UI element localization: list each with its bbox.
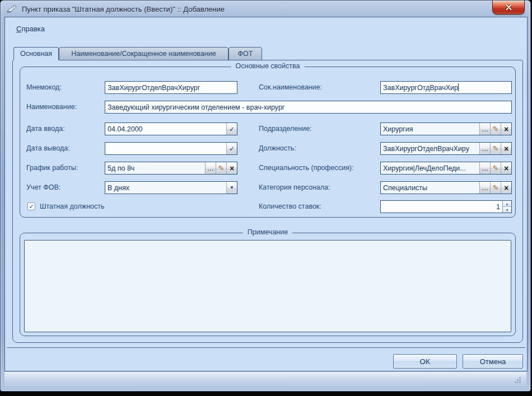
rate-count-spinner[interactable]: 1 ▲ ▼ bbox=[380, 200, 512, 213]
check-icon: ✓ bbox=[229, 126, 235, 133]
ok-button[interactable]: OK bbox=[393, 354, 457, 369]
ellipsis-icon: … bbox=[482, 145, 488, 152]
date-in-label: Дата ввода: bbox=[26, 125, 65, 133]
fov-label: Учет ФОВ: bbox=[26, 183, 60, 191]
note-textarea[interactable] bbox=[24, 240, 511, 332]
staff-position-checkbox[interactable]: ✓ bbox=[27, 202, 35, 210]
clear-x-icon: × bbox=[504, 125, 508, 133]
clear-x-icon: × bbox=[504, 164, 508, 172]
position-input[interactable]: ЗавХирургОтделВрачХиру … ✎ × bbox=[380, 142, 512, 155]
tab-fot[interactable]: ФОТ bbox=[228, 47, 262, 60]
close-button[interactable] bbox=[492, 1, 525, 15]
dialog-window: Пункт приказа "Штатная должность (Ввести… bbox=[0, 0, 531, 392]
department-input[interactable]: Хирургия … ✎ × bbox=[380, 122, 512, 135]
clear-x-icon: × bbox=[504, 184, 508, 192]
screen: Пункт приказа "Штатная должность (Ввести… bbox=[0, 0, 532, 396]
ellipsis-icon: … bbox=[482, 165, 488, 172]
ellipsis-icon: … bbox=[482, 185, 488, 191]
date-in-picker-button[interactable]: ✓ bbox=[226, 123, 237, 135]
date-in-value: 04.04.2000 bbox=[105, 125, 226, 133]
separator-line bbox=[7, 347, 525, 348]
fov-value: В днях bbox=[105, 184, 226, 192]
tab-main-label: Основная bbox=[20, 50, 52, 58]
position-label: Должность: bbox=[259, 144, 296, 152]
name-label: Наименование: bbox=[26, 103, 77, 111]
schedule-label: График работы: bbox=[26, 164, 78, 172]
title-bar[interactable]: Пункт приказа "Штатная должность (Ввести… bbox=[5, 2, 491, 16]
mnemo-input[interactable]: ЗавХирургОтделВрачХирург bbox=[105, 81, 237, 94]
fov-dropdown-button[interactable]: ▼ bbox=[226, 182, 237, 194]
schedule-clear-button[interactable]: × bbox=[226, 162, 237, 174]
fov-combobox[interactable]: В днях ▼ bbox=[105, 181, 237, 194]
specialty-input[interactable]: Хирургия|ЛечДелоПеди... … ✎ × bbox=[380, 162, 512, 175]
tab-main[interactable]: Основная bbox=[13, 47, 59, 60]
short-name-value: ЗавХирургОтдВрачХир bbox=[381, 83, 511, 92]
group-note-title: Примечание bbox=[243, 228, 292, 236]
window-title: Пункт приказа "Штатная должность (Ввести… bbox=[22, 5, 225, 13]
rate-up-button[interactable]: ▲ bbox=[503, 201, 511, 206]
department-edit-button[interactable]: ✎ bbox=[490, 123, 501, 135]
app-icon bbox=[6, 4, 17, 14]
date-out-input[interactable]: ✓ bbox=[105, 142, 237, 155]
specialty-value: Хирургия|ЛечДелоПеди... bbox=[381, 164, 479, 172]
category-input[interactable]: Специалисты … ✎ × bbox=[380, 181, 512, 194]
clear-x-icon: × bbox=[230, 164, 234, 172]
schedule-value: 5д по 8ч bbox=[105, 164, 205, 172]
client-area: Справка Основная Наименование/Сокращенно… bbox=[4, 17, 528, 371]
edit-pencil-icon: ✎ bbox=[218, 164, 225, 172]
tab-naming[interactable]: Наименование/Сокращенное наименование bbox=[59, 47, 228, 60]
rate-count-label: Количество ставок: bbox=[259, 202, 321, 210]
category-clear-button[interactable]: × bbox=[501, 182, 511, 194]
date-in-input[interactable]: 04.04.2000 ✓ bbox=[105, 122, 237, 135]
specialty-clear-button[interactable]: × bbox=[501, 162, 511, 174]
position-clear-button[interactable]: × bbox=[501, 143, 511, 154]
specialty-edit-button[interactable]: ✎ bbox=[490, 162, 501, 174]
schedule-pick-button[interactable]: … bbox=[205, 162, 216, 174]
check-icon: ✓ bbox=[29, 203, 34, 210]
position-value: ЗавХирургОтделВрачХиру bbox=[381, 145, 479, 153]
menu-help[interactable]: Справка bbox=[16, 25, 45, 33]
specialty-label: Специальность (профессия): bbox=[259, 164, 353, 172]
mnemo-value: ЗавХирургОтделВрачХирург bbox=[105, 84, 237, 92]
cancel-button-label: Отмена bbox=[480, 357, 506, 366]
edit-pencil-icon: ✎ bbox=[493, 125, 499, 133]
category-value: Специалисты bbox=[381, 184, 479, 192]
text-caret bbox=[458, 83, 459, 91]
department-value: Хирургия bbox=[381, 125, 479, 133]
date-out-picker-button[interactable]: ✓ bbox=[226, 143, 237, 154]
category-pick-button[interactable]: … bbox=[479, 182, 490, 194]
resize-grip[interactable] bbox=[514, 376, 521, 384]
tab-naming-label: Наименование/Сокращенное наименование bbox=[71, 50, 216, 58]
name-input[interactable]: Заведующий хирургическим отделением - вр… bbox=[105, 101, 512, 114]
department-pick-button[interactable]: … bbox=[479, 123, 490, 135]
schedule-input[interactable]: 5д по 8ч … ✎ × bbox=[105, 162, 237, 175]
position-edit-button[interactable]: ✎ bbox=[490, 143, 501, 154]
clear-x-icon: × bbox=[504, 145, 508, 153]
ellipsis-icon: … bbox=[482, 126, 488, 133]
category-label: Категория персонала: bbox=[259, 183, 330, 191]
specialty-pick-button[interactable]: … bbox=[479, 162, 490, 174]
close-icon bbox=[506, 4, 512, 10]
cancel-button[interactable]: Отмена bbox=[463, 354, 523, 369]
ellipsis-icon: … bbox=[207, 165, 214, 172]
rate-down-button[interactable]: ▼ bbox=[503, 206, 511, 213]
date-out-label: Дата вывода: bbox=[26, 144, 70, 152]
schedule-edit-button[interactable]: ✎ bbox=[216, 162, 226, 174]
name-value: Заведующий хирургическим отделением - вр… bbox=[105, 103, 511, 111]
tab-fot-label: ФОТ bbox=[238, 50, 253, 58]
category-edit-button[interactable]: ✎ bbox=[490, 182, 501, 194]
arrow-down-icon: ▼ bbox=[505, 208, 508, 212]
menu-help-rest: правка bbox=[21, 25, 45, 33]
department-clear-button[interactable]: × bbox=[501, 123, 511, 135]
group-main-title: Основные свойства bbox=[231, 62, 305, 70]
department-label: Подразделение: bbox=[259, 125, 312, 133]
short-name-input[interactable]: ЗавХирургОтдВрачХир bbox=[380, 81, 512, 94]
chevron-down-icon: ▼ bbox=[230, 186, 234, 190]
mnemo-label: Мнемокод: bbox=[26, 83, 62, 91]
edit-pencil-icon: ✎ bbox=[493, 145, 499, 152]
check-icon: ✓ bbox=[229, 145, 235, 152]
rate-count-value: 1 bbox=[381, 203, 502, 211]
status-bar bbox=[4, 372, 526, 386]
position-pick-button[interactable]: … bbox=[479, 143, 490, 154]
ok-button-label: OK bbox=[420, 357, 431, 366]
